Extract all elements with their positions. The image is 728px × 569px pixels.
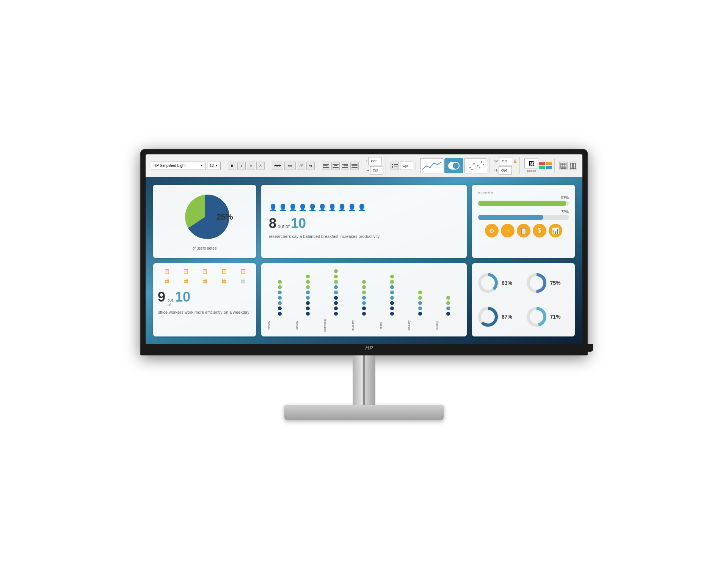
progress-bar-1-fill (478, 201, 566, 206)
dropdown-arrow-icon[interactable]: ▼ (200, 164, 203, 167)
dot-tue-6 (306, 285, 310, 289)
monitor-stand-neck (353, 355, 375, 405)
donut-pct-1: 63% (502, 280, 512, 286)
svg-point-3 (481, 161, 482, 163)
scatter-chart-preview[interactable] (464, 158, 487, 173)
font-name-label: HP Simplified Light (154, 163, 199, 168)
font-color-button[interactable]: A (247, 162, 255, 170)
monitor-stand-base (284, 405, 444, 420)
italic-button[interactable]: I (237, 162, 246, 170)
arrow-icon-btn[interactable]: → (501, 224, 515, 237)
font-size-label: 12 (210, 163, 214, 168)
subscript-button[interactable]: A₂ (306, 162, 315, 170)
dot-col-wednesday (323, 269, 348, 316)
superscript-button[interactable]: A² (297, 162, 305, 170)
dot-fri-2 (390, 307, 394, 310)
person-icons-row: 👤 👤 👤 👤 👤 👤 👤 👤 👤 👤 (269, 203, 459, 212)
day-labels-row: monday tuesday wednesday thursday friday… (267, 319, 461, 332)
dot-wed-1 (334, 312, 338, 316)
dot-tue-7 (306, 280, 310, 284)
dollar-icon-btn[interactable]: $ (533, 224, 546, 237)
progress-bar-1-label: 97% (561, 196, 569, 200)
person-icon-5: 👤 (308, 203, 317, 212)
dot-thu-4 (362, 296, 366, 300)
donut-pct-2: 75% (550, 280, 561, 286)
card-pie: 25% of users agree (153, 185, 256, 258)
person-icon-6: 👤 (318, 203, 326, 212)
font-size-selector[interactable]: 12 ▼ (207, 162, 221, 170)
document-icon-btn[interactable]: 📋 (517, 224, 530, 237)
lowercase-style-button[interactable]: abc (284, 162, 296, 170)
dot-thu-2 (362, 307, 366, 310)
dot-tue-3 (306, 301, 310, 305)
list-button[interactable] (391, 162, 399, 170)
align-right-button[interactable] (341, 162, 349, 170)
chart-preview-section (418, 158, 490, 173)
dot-col-tuesday (295, 275, 320, 316)
merge-cell-button[interactable] (569, 162, 577, 170)
toolbar: HP Simplified Light ▼ 12 ▼ B I A A (146, 154, 582, 177)
char-spacing-input[interactable]: Opt (370, 166, 383, 174)
align-center-button[interactable] (331, 162, 340, 170)
donut-svg-4 (525, 305, 548, 328)
person-icon-8: 👤 (338, 203, 346, 212)
height-input[interactable]: Opt (499, 166, 512, 174)
text-format-section: B I A A (226, 162, 267, 170)
settings-icon-btn[interactable]: ⚙ (485, 224, 499, 237)
donut-svg-1 (477, 272, 499, 294)
productivity-label: productivity (478, 191, 569, 194)
person-icon-2: 👤 (279, 203, 287, 212)
dot-wed-6 (334, 285, 338, 289)
pie-chart-container: 25% (180, 192, 229, 242)
day-wednesday: wednesday (323, 319, 348, 332)
researcher-description: researchers say a balanced breakfast inc… (269, 234, 459, 239)
chart-icon-btn[interactable]: 📊 (549, 224, 562, 237)
align-left-button[interactable] (322, 162, 330, 170)
day-saturday: saturday (408, 319, 433, 332)
monitor-icon-3: 🖥 (196, 268, 213, 276)
card-researchers: 👤 👤 👤 👤 👤 👤 👤 👤 👤 👤 8 out (261, 185, 467, 258)
progress-bar-1-wrap: 97% (478, 196, 569, 206)
svg-point-4 (471, 169, 473, 170)
dot-wed-3 (334, 301, 338, 305)
table-section (557, 162, 579, 170)
toggle-button[interactable] (444, 158, 463, 173)
size-section: W. Opt 🔒 H. Opt (492, 157, 520, 174)
pie-description-label: of users agree (193, 246, 217, 250)
svg-point-2 (477, 165, 479, 167)
stat-out-word: out (278, 223, 284, 229)
progress-bar-2-wrap: 72% (478, 210, 569, 220)
donut-svg-3 (477, 305, 499, 328)
dot-fri-1 (390, 312, 394, 316)
bold-button[interactable]: B (228, 162, 236, 170)
abc-style-button[interactable]: ABC (272, 162, 283, 170)
list-spacing-input[interactable]: Opt (400, 162, 413, 170)
svg-point-1 (473, 163, 475, 165)
dot-tue-4 (306, 296, 310, 300)
card-donuts: 63% 75% (472, 263, 575, 336)
dot-col-sunday (436, 296, 461, 316)
day-tuesday: tuesday (295, 319, 320, 332)
justify-button[interactable] (350, 162, 359, 170)
width-input[interactable]: Opt (499, 157, 512, 165)
color-grid (539, 162, 552, 169)
svg-rect-13 (570, 163, 573, 168)
font-selector[interactable]: HP Simplified Light ▼ (151, 162, 206, 170)
dot-wed-9 (334, 269, 338, 273)
dot-wed-8 (334, 275, 338, 278)
monitor-icon-1: 🖥 (158, 268, 175, 276)
line-chart-preview[interactable] (420, 158, 443, 173)
dot-fri-7 (390, 280, 394, 284)
table-button[interactable] (559, 162, 568, 170)
font-highlight-button[interactable]: A (256, 162, 265, 170)
line-spacing-input[interactable]: Opt (368, 157, 381, 165)
office-stat-row: 9 out of 10 (158, 289, 251, 307)
dot-col-thursday (351, 280, 377, 316)
monitor-icon-4: 🖥 (215, 268, 232, 276)
dot-mon-7 (278, 280, 282, 284)
day-thursday: thursday (351, 319, 377, 332)
dot-sat-2 (418, 307, 422, 310)
dot-thu-7 (362, 280, 366, 284)
list-section: Opt (388, 162, 416, 170)
font-size-arrow-icon[interactable]: ▼ (215, 164, 218, 167)
